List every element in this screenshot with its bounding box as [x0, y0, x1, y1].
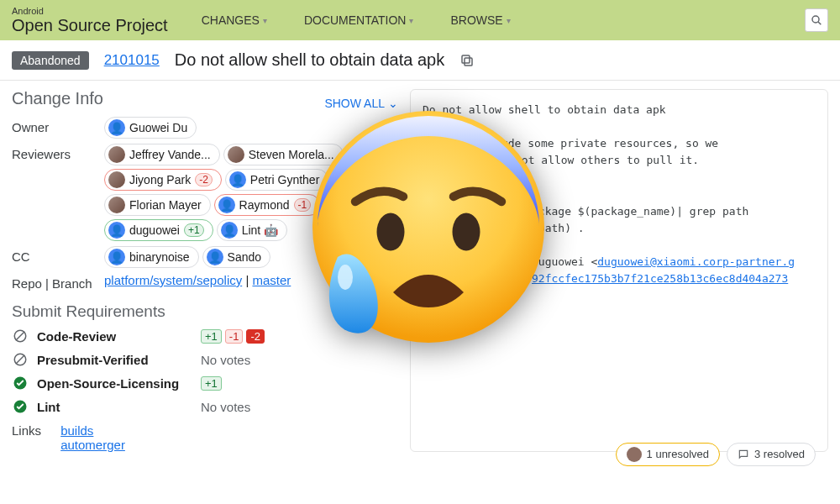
- comment-icon: [738, 449, 749, 460]
- cc-label: CC: [12, 246, 104, 268]
- nav-documentation[interactable]: DOCUMENTATION▾: [304, 13, 414, 27]
- repo-link[interactable]: platform/system/sepolicy: [104, 273, 242, 287]
- commit-msg-line: Apk may include some private resources, …: [423, 135, 816, 152]
- reviewer-chip[interactable]: 👤duguowei+1: [104, 219, 213, 241]
- change-info-heading: Change Info: [12, 89, 103, 108]
- check-circle-icon: [12, 375, 29, 391]
- avatar-icon: [627, 447, 642, 462]
- cc-chip[interactable]: 👤Sando: [202, 246, 270, 268]
- vote-box: +1: [201, 376, 222, 391]
- svg-point-0: [812, 16, 819, 23]
- block-icon: [12, 328, 29, 344]
- reviewer-chip[interactable]: Jeffrey Vande...: [104, 144, 220, 165]
- author-email-link[interactable]: duguowei@xiaomi.corp-partner.g: [597, 255, 795, 268]
- svg-rect-2: [465, 58, 472, 66]
- reviewer-chip[interactable]: Jiyong Park-2: [104, 169, 222, 191]
- links-label: Links: [12, 423, 57, 438]
- requirement-name: Code-Review: [37, 329, 192, 344]
- chevron-down-icon: ▾: [263, 16, 267, 25]
- nav-browse[interactable]: BROWSE▾: [450, 13, 510, 27]
- vote-box: -2: [246, 329, 265, 344]
- search-button[interactable]: [805, 8, 828, 32]
- link-automerger[interactable]: automerger: [60, 438, 125, 452]
- person-icon: [108, 171, 125, 188]
- copy-icon[interactable]: [459, 53, 475, 68]
- commit-msg-line: Do not allow shell to obtain data apk: [423, 102, 816, 118]
- person-icon: 👤: [218, 197, 235, 213]
- vote-box: -1: [225, 329, 244, 344]
- repo-branch-label: Repo | Branch: [12, 273, 104, 291]
- unresolved-comments-pill[interactable]: 1 unresolved: [616, 443, 720, 466]
- reviewer-chip[interactable]: Steven Morela...: [223, 144, 344, 165]
- no-votes-text: No votes: [201, 400, 250, 414]
- person-icon: [228, 146, 244, 163]
- reviewer-chip[interactable]: Florian Mayer: [104, 194, 211, 216]
- signed-off-line: duguowei <: [532, 255, 597, 268]
- commit-hash-link[interactable]: 92fccfec175b3b7f21ce258b13c6ec8d404a273: [532, 272, 788, 285]
- block-icon: [12, 351, 29, 368]
- owner-label: Owner: [12, 117, 104, 139]
- branch-link[interactable]: master: [252, 273, 291, 287]
- reviewer-chip[interactable]: 👤Petri Gynther: [225, 169, 328, 191]
- vote-box: +1: [201, 329, 222, 344]
- svg-line-7: [16, 355, 25, 365]
- change-header: Abandoned 2101015 Do not allow shell to …: [0, 40, 840, 81]
- site-logo[interactable]: Android Open Source Project: [12, 6, 168, 34]
- vote-badge: +1: [184, 223, 204, 237]
- submit-requirement-row: LintNo votes: [12, 398, 398, 415]
- status-badge: Abandoned: [12, 51, 89, 70]
- submit-requirement-row: Open-Source-Licensing+1: [12, 375, 398, 391]
- change-title: Do not allow shell to obtain data apk: [175, 50, 444, 70]
- person-icon: 👤: [221, 222, 238, 239]
- change-number-link[interactable]: 2101015: [104, 52, 160, 69]
- person-icon: 👤: [108, 222, 125, 239]
- cc-chip[interactable]: 👤binarynoise: [104, 246, 199, 268]
- submit-requirements-heading: Submit Requirements: [12, 302, 398, 321]
- no-votes-text: No votes: [201, 353, 250, 367]
- person-icon: [108, 146, 125, 163]
- nav-changes[interactable]: CHANGES▾: [202, 13, 267, 27]
- requirement-name: Lint: [37, 400, 192, 414]
- top-bar: Android Open Source Project CHANGES▾ DOC…: [0, 0, 840, 40]
- resolved-comments-pill[interactable]: 3 resolved: [727, 443, 816, 466]
- commit-msg-line: ackage $(package_name)| grep path: [423, 203, 816, 220]
- reviewer-chip[interactable]: 👤Lint 🤖: [217, 219, 287, 241]
- chevron-down-icon: ▾: [409, 16, 413, 25]
- owner-chip[interactable]: 👤Guowei Du: [104, 117, 197, 139]
- person-icon: [108, 197, 125, 213]
- svg-line-1: [818, 22, 821, 24]
- logo-subtitle: Android: [12, 6, 168, 16]
- person-icon: 👤: [229, 171, 246, 188]
- top-nav: CHANGES▾ DOCUMENTATION▾ BROWSE▾: [202, 13, 511, 27]
- link-builds[interactable]: builds: [60, 423, 125, 438]
- requirement-name: Open-Source-Licensing: [37, 376, 192, 391]
- svg-line-5: [16, 332, 25, 341]
- logo-title: Open Source Project: [12, 16, 168, 34]
- chevron-down-icon: ▾: [507, 16, 511, 25]
- chevron-down-icon: ⌄: [388, 97, 398, 110]
- person-icon: 👤: [207, 249, 223, 265]
- commit-msg-line: not allow others to pull it.: [423, 152, 816, 169]
- submit-requirement-row: Presubmit-VerifiedNo votes: [12, 351, 398, 368]
- vote-badge: -1: [294, 198, 312, 212]
- check-circle-icon: [12, 398, 29, 415]
- commit-message-panel: Do not allow shell to obtain data apk Ap…: [410, 89, 828, 452]
- search-icon: [810, 13, 823, 27]
- change-info-panel: Change Info SHOW ALL⌄ Owner 👤Guowei Du R…: [12, 89, 398, 452]
- svg-rect-3: [462, 55, 470, 63]
- vote-badge: -2: [195, 173, 213, 186]
- requirement-name: Presubmit-Verified: [37, 353, 192, 367]
- reviewers-label: Reviewers: [12, 144, 104, 241]
- person-icon: 👤: [108, 249, 125, 265]
- reviewer-chip[interactable]: 👤Raymond-1: [214, 194, 321, 216]
- submit-requirement-row: Code-Review+1-1-2: [12, 328, 398, 344]
- person-icon: 👤: [108, 119, 125, 136]
- commit-msg-line: (path) .: [423, 220, 816, 237]
- show-all-button[interactable]: SHOW ALL⌄: [324, 97, 398, 110]
